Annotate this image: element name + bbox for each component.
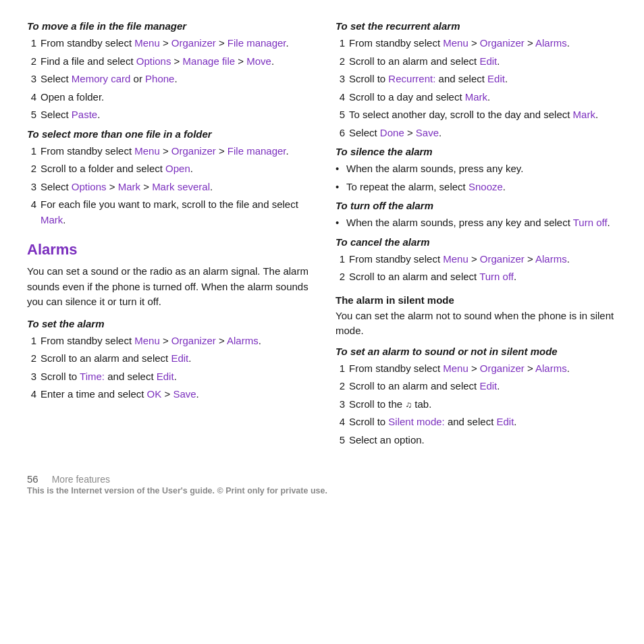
link-organizer[interactable]: Organizer	[171, 37, 216, 49]
main-content: To move a file in the file manager 1 Fro…	[27, 20, 617, 453]
link-mark[interactable]: Mark	[465, 91, 487, 103]
step-num: 2	[27, 351, 36, 367]
link-organizer[interactable]: Organizer	[171, 145, 216, 157]
link-recurrent[interactable]: Recurrent:	[388, 73, 435, 84]
link-edit[interactable]: Edit	[496, 416, 514, 427]
step-num: 1	[27, 144, 36, 159]
link-edit[interactable]: Edit	[487, 73, 505, 84]
section-turnoff-bullets: When the alarm sounds, press any key and…	[336, 215, 617, 231]
step-num: 1	[336, 36, 345, 51]
page-number: 56	[27, 473, 38, 485]
step-text: From standby select Menu > Organizer > F…	[41, 144, 289, 159]
link-paste[interactable]: Paste	[72, 109, 97, 120]
link-turnoff[interactable]: Turn off	[573, 217, 608, 228]
step-num: 2	[336, 379, 345, 394]
step-r-5: 5 To select another day, scroll to the d…	[336, 107, 617, 123]
link-filemanager[interactable]: File manager	[227, 37, 286, 49]
link-organizer[interactable]: Organizer	[480, 37, 525, 49]
link-markseveral[interactable]: Mark several	[152, 181, 210, 192]
step-text: To select another day, scroll to the day…	[349, 107, 598, 123]
step-r-1: 1 From standby select Menu > Organizer >…	[336, 36, 617, 51]
step-text: Scroll to the ♫ tab.	[349, 397, 431, 412]
step-ss-5: 5 Select an option.	[336, 433, 617, 448]
step-1-2: 2 Find a file and select Options > Manag…	[27, 54, 308, 70]
link-ok[interactable]: OK	[147, 388, 162, 400]
section-turnoff-heading: To turn off the alarm	[336, 200, 617, 211]
link-snooze[interactable]: Snooze	[468, 181, 503, 192]
section-silence-alarm: To silence the alarm When the alarm soun…	[336, 146, 617, 194]
step-2-1: 1 From standby select Menu > Organizer >…	[27, 144, 308, 159]
section-set-silent-alarm: To set an alarm to sound or not in silen…	[336, 346, 617, 448]
link-alarms[interactable]: Alarms	[535, 363, 567, 374]
step-text: Open a folder.	[41, 90, 104, 105]
section-set-alarm-steps: 1 From standby select Menu > Organizer >…	[27, 333, 308, 402]
link-alarms[interactable]: Alarms	[227, 335, 259, 346]
bullet-1: When the alarm sounds, press any key.	[336, 161, 617, 177]
step-num: 4	[27, 197, 36, 227]
link-done[interactable]: Done	[380, 127, 404, 138]
step-num: 3	[27, 72, 36, 87]
link-edit[interactable]: Edit	[157, 371, 174, 382]
link-filemanager[interactable]: File manager	[227, 145, 286, 157]
link-edit[interactable]: Edit	[171, 352, 188, 364]
bullet-2: To repeat the alarm, select Snooze.	[336, 180, 617, 195]
footer-notice: This is the Internet version of the User…	[27, 486, 617, 495]
step-1-4: 4 Open a folder.	[27, 90, 308, 105]
link-save[interactable]: Save	[173, 388, 196, 400]
link-move[interactable]: Move	[246, 55, 271, 67]
link-time[interactable]: Time:	[80, 371, 105, 382]
link-phone[interactable]: Phone	[145, 73, 174, 84]
footer-page-info: 56 More features	[27, 473, 617, 485]
link-organizer[interactable]: Organizer	[171, 335, 216, 346]
step-text: Enter a time and select OK > Save.	[41, 387, 199, 402]
section-set-silent-steps: 1 From standby select Menu > Organizer >…	[336, 361, 617, 448]
link-mark[interactable]: Mark	[41, 214, 63, 225]
step-num: 4	[27, 90, 36, 105]
step-r-3: 3 Scroll to Recurrent: and select Edit.	[336, 72, 617, 87]
section-select-files-steps: 1 From standby select Menu > Organizer >…	[27, 144, 308, 228]
link-edit[interactable]: Edit	[479, 380, 497, 392]
link-alarms[interactable]: Alarms	[535, 253, 567, 265]
link-edit[interactable]: Edit	[479, 55, 497, 67]
step-num: 5	[336, 433, 345, 448]
link-turnoff[interactable]: Turn off	[479, 271, 514, 282]
step-c-2: 2 Scroll to an alarm and select Turn off…	[336, 269, 617, 285]
link-mark[interactable]: Mark	[573, 109, 595, 120]
step-c-1: 1 From standby select Menu > Organizer >…	[336, 252, 617, 267]
link-menu[interactable]: Menu	[443, 253, 468, 265]
step-num: 6	[336, 126, 345, 141]
step-r-6: 6 Select Done > Save.	[336, 126, 617, 141]
step-num: 2	[27, 54, 36, 70]
step-num: 2	[27, 161, 36, 177]
link-menu[interactable]: Menu	[134, 145, 160, 157]
link-menu[interactable]: Menu	[134, 37, 160, 49]
link-silentmode[interactable]: Silent mode:	[388, 416, 444, 427]
step-text: For each file you want to mark, scroll t…	[41, 197, 308, 227]
link-organizer[interactable]: Organizer	[480, 363, 525, 374]
section-recurrent-heading: To set the recurrent alarm	[336, 20, 617, 32]
step-num: 3	[27, 369, 36, 385]
link-managefile[interactable]: Manage file	[183, 55, 236, 67]
step-num: 4	[27, 387, 36, 402]
link-menu[interactable]: Menu	[134, 335, 160, 346]
step-ss-4: 4 Scroll to Silent mode: and select Edit…	[336, 414, 617, 430]
link-alarms[interactable]: Alarms	[535, 37, 567, 49]
section-set-alarm-heading: To set the alarm	[27, 318, 308, 329]
link-options[interactable]: Options	[72, 181, 107, 192]
link-menu[interactable]: Menu	[443, 363, 468, 374]
step-num: 5	[27, 107, 36, 123]
section-cancel-steps: 1 From standby select Menu > Organizer >…	[336, 252, 617, 285]
link-organizer[interactable]: Organizer	[480, 253, 525, 265]
step-1-3: 3 Select Memory card or Phone.	[27, 72, 308, 87]
link-menu[interactable]: Menu	[443, 37, 468, 49]
step-text: Select Done > Save.	[349, 126, 441, 141]
link-memorycard[interactable]: Memory card	[72, 73, 131, 84]
link-mark[interactable]: Mark	[118, 181, 140, 192]
link-open[interactable]: Open	[165, 163, 190, 174]
link-options[interactable]: Options	[136, 55, 171, 67]
section-recurrent-alarm: To set the recurrent alarm 1 From standb…	[336, 20, 617, 140]
step-num: 4	[336, 90, 345, 105]
link-save[interactable]: Save	[416, 127, 439, 138]
step-text: Select Paste.	[41, 107, 100, 123]
step-num: 1	[27, 333, 36, 349]
